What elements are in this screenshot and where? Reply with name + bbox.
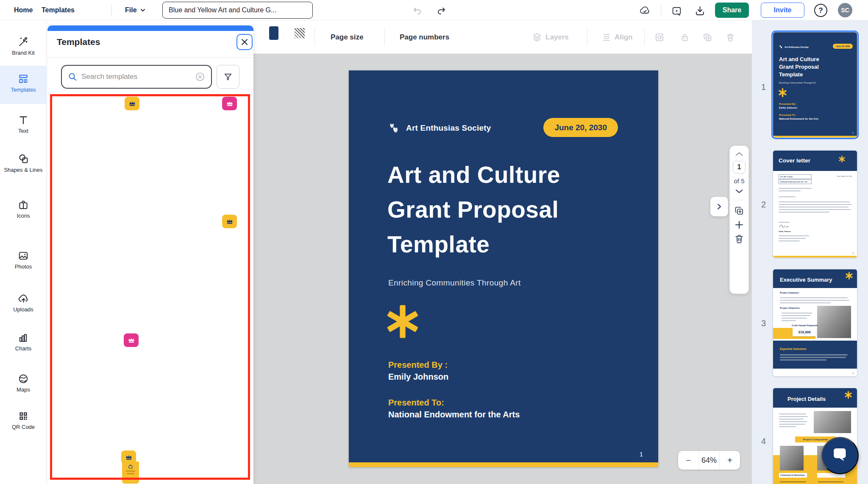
fill-color-swatch[interactable] <box>269 26 278 40</box>
page-count: of 5 <box>734 177 744 185</box>
photo-icon <box>18 250 29 261</box>
presented-by-value[interactable]: Emily Johnson <box>388 372 448 382</box>
delete-button[interactable] <box>725 32 736 43</box>
shapes-icon <box>18 153 29 165</box>
clear-search-icon[interactable] <box>195 72 205 82</box>
chat-support-button[interactable] <box>821 437 859 474</box>
page-accent-bar <box>349 462 658 467</box>
thumb-number-2: 2 <box>761 200 766 210</box>
filter-icon <box>223 72 233 81</box>
sidebar-label: Icons <box>17 213 30 219</box>
download-button[interactable] <box>693 3 707 18</box>
sidebar-label: Photos <box>15 263 32 270</box>
page-numbers-button[interactable]: Page numbers <box>400 20 449 54</box>
redo-button[interactable] <box>434 3 448 18</box>
divider <box>661 5 661 15</box>
align-button[interactable]: Align <box>602 20 633 54</box>
org-logo-row[interactable]: Art Enthusias Society <box>388 122 491 134</box>
presented-by-label[interactable]: Presented By : <box>388 360 448 370</box>
sidebar-item-brand-kit[interactable]: Brand Kit <box>0 33 47 56</box>
templates-panel: Templates <box>47 25 253 484</box>
zoom-out-button[interactable]: − <box>678 451 698 470</box>
sidebar-label: Templates <box>11 87 36 93</box>
lock-button[interactable] <box>679 32 690 43</box>
sidebar-label: Shapes & Lines <box>4 167 42 173</box>
add-page-button[interactable] <box>734 220 744 230</box>
document-subtitle[interactable]: Enriching Communities Through Art <box>388 278 521 288</box>
date-badge[interactable]: June 20, 2030 <box>543 118 618 137</box>
sidebar-item-templates[interactable]: Templates <box>0 66 47 104</box>
divider <box>587 29 587 46</box>
crown-icon <box>226 100 234 107</box>
template-search[interactable] <box>61 65 212 89</box>
sidebar-item-maps[interactable]: Maps <box>0 370 47 393</box>
zoom-control: − 64% + <box>678 451 740 470</box>
nav-templates[interactable]: Templates <box>42 0 75 20</box>
file-menu[interactable]: File <box>125 0 146 20</box>
page-thumbnail-2[interactable]: Cover letter To: Mr. Jerome National End… <box>773 151 857 257</box>
sidebar-item-shapes-lines[interactable]: Shapes & Lines <box>0 150 47 173</box>
sidebar-item-qr-code[interactable]: QR Code <box>0 407 47 430</box>
file-label: File <box>125 6 137 14</box>
logo-glyph-icon <box>128 464 133 469</box>
divider <box>384 29 385 46</box>
top-navbar: Home Templates File Share Invite ? SC <box>0 0 868 20</box>
sidebar-item-charts[interactable]: Charts <box>0 329 47 352</box>
divider <box>47 57 253 58</box>
help-button[interactable]: ? <box>814 4 827 17</box>
chat-bubble-icon <box>831 447 849 464</box>
nav-home[interactable]: Home <box>14 0 33 20</box>
duplicate-page-button[interactable] <box>734 206 744 216</box>
lock-icon <box>680 33 690 42</box>
present-button[interactable] <box>669 3 684 18</box>
pattern-swatch[interactable] <box>295 28 305 38</box>
sidebar-item-icons[interactable]: Icons <box>0 196 47 219</box>
divider <box>111 4 112 16</box>
org-name: Art Enthusias Society <box>406 123 491 133</box>
close-panel-button[interactable] <box>236 34 253 50</box>
document-title[interactable]: Art and Culture Grant Proposal Template <box>387 157 560 262</box>
sidebar-item-uploads[interactable]: Uploads <box>0 289 47 313</box>
page-size-button[interactable]: Page size <box>331 20 364 54</box>
search-input[interactable] <box>81 73 191 81</box>
page-thumbnail-1[interactable]: Art Enthusias Society June 20, 2030 Art … <box>773 32 857 137</box>
collapse-thumbnails-button[interactable] <box>710 197 728 216</box>
premium-crown-badge <box>121 450 136 464</box>
sidebar-label: Text <box>18 128 28 134</box>
filter-button[interactable] <box>217 65 239 89</box>
previous-page-button[interactable] <box>735 151 743 157</box>
align-icon <box>602 33 611 42</box>
wand-icon <box>18 36 29 48</box>
presented-to-value[interactable]: National Endowment for the Arts <box>388 410 520 420</box>
left-sidebar: Brand Kit Templates Text Shapes & Lines … <box>0 20 47 484</box>
page-thumbnail-3[interactable]: Executive Summary Project Summary Projec… <box>773 269 857 376</box>
thumb-photo <box>814 411 851 433</box>
document-title-input[interactable] <box>162 2 313 19</box>
presented-to-label[interactable]: Presented To: <box>388 398 444 408</box>
premium-crown-badge <box>222 97 237 110</box>
sidebar-label: QR Code <box>12 424 35 430</box>
sidebar-label: Maps <box>17 386 30 393</box>
page-number: 1 <box>640 450 643 458</box>
zoom-level: 64% <box>698 451 720 470</box>
layers-button[interactable]: Layers <box>532 20 569 54</box>
theater-masks-icon <box>388 122 400 134</box>
undo-button[interactable] <box>410 3 425 18</box>
layers-icon <box>532 32 542 42</box>
sidebar-item-photos[interactable]: Photos <box>0 247 47 270</box>
document-page[interactable]: Art Enthusias Society June 20, 2030 Art … <box>349 70 658 467</box>
avatar[interactable]: SC <box>838 3 852 17</box>
duplicate-button[interactable] <box>702 32 713 43</box>
crown-icon <box>125 454 133 461</box>
chevron-right-icon <box>716 203 723 210</box>
invite-button[interactable]: Invite <box>761 3 804 18</box>
delete-page-button[interactable] <box>734 234 744 244</box>
replace-frame-button[interactable] <box>654 32 665 43</box>
zoom-in-button[interactable]: + <box>720 451 740 470</box>
asterisk-graphic[interactable] <box>387 305 418 339</box>
share-button[interactable]: Share <box>715 3 749 18</box>
next-page-button[interactable] <box>735 188 743 194</box>
sidebar-item-text[interactable]: Text <box>0 111 47 134</box>
current-page-indicator[interactable]: 1 <box>733 161 746 173</box>
thumb-number-1: 1 <box>761 82 766 92</box>
